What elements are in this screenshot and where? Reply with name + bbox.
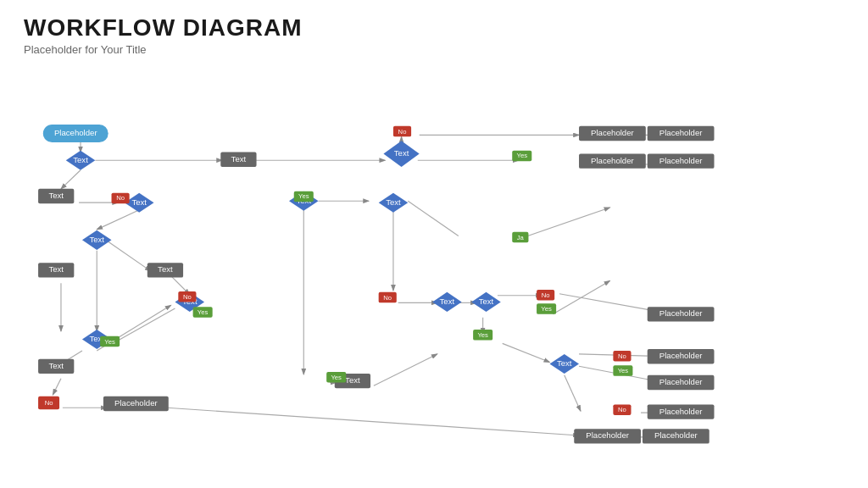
diagram-area: Placeholder Text Text Text Text Text Tex… — [24, 61, 844, 476]
conn-ph1-ph10 — [167, 408, 579, 435]
ph3-label: Placeholder — [591, 156, 634, 165]
ph1-label: Placeholder — [114, 398, 158, 408]
d7-label: Text — [394, 148, 409, 158]
badge-yes-r5-label: Yes — [331, 374, 342, 381]
badge-no-d4-label: No — [183, 292, 192, 300]
conn-ja-up — [520, 208, 610, 239]
r1-label: Text — [48, 191, 64, 200]
conn-d4-d5 — [112, 308, 175, 344]
no1-label: No — [45, 398, 53, 406]
badge-no-d8-label: No — [383, 293, 392, 301]
d8-label: Text — [386, 197, 401, 207]
badge-yes2-d10-label: Yes — [541, 305, 552, 313]
r5-label: Text — [345, 375, 360, 385]
badge-no-d11-label: No — [618, 352, 626, 360]
ph5-label: Placeholder — [659, 156, 703, 165]
ph6-label: Placeholder — [659, 308, 703, 318]
ph11-label: Placeholder — [654, 430, 698, 440]
badge-yes-d5-label: Yes — [104, 337, 115, 345]
ph9-label: Placeholder — [659, 406, 703, 415]
badge-yes-d11-label: Yes — [618, 367, 629, 374]
badge-yes-d10-label: Yes — [477, 331, 488, 339]
ph10-label: Placeholder — [586, 430, 629, 440]
badge-yes-d7-label: Yes — [517, 152, 528, 159]
badge-yes-d6-label: Yes — [298, 192, 309, 200]
conn-r4-no1 — [53, 379, 61, 395]
conn-yes4-d11 — [503, 343, 550, 362]
conn-d1-r1 — [61, 170, 81, 189]
ph7-label: Placeholder — [659, 351, 703, 360]
workflow-svg: Placeholder Text Text Text Text Text Tex… — [24, 61, 844, 476]
conn-yes3-up — [553, 280, 609, 313]
page-subtitle: Placeholder for Your Title — [24, 43, 844, 56]
badge-no-bottom-label: No — [618, 406, 626, 413]
d3-label: Text — [89, 235, 104, 244]
d10-label: Text — [479, 297, 494, 306]
r4-label: Text — [48, 361, 64, 370]
rt1-label: Text — [231, 154, 247, 164]
conn-d11-no6 — [565, 375, 581, 411]
ph8-label: Placeholder — [659, 377, 703, 386]
conn-d2-d3 — [97, 210, 139, 230]
badge-ja-label: Ja — [517, 233, 525, 241]
d2-label: Text — [131, 197, 147, 207]
page: WORKFLOW DIAGRAM Placeholder for Your Ti… — [0, 0, 868, 488]
d1-label: Text — [73, 155, 88, 164]
page-title: WORKFLOW DIAGRAM — [24, 15, 844, 42]
badge-yes-d4-label: Yes — [198, 308, 209, 316]
conn-d3-r2 — [108, 241, 151, 271]
d9-label: Text — [440, 297, 455, 306]
badge-no-d2-label: No — [116, 194, 125, 202]
ph2-label: Placeholder — [591, 128, 634, 137]
r2-label: Text — [158, 264, 173, 274]
r3-label: Text — [48, 264, 64, 274]
badge-no-top-label: No — [398, 127, 407, 135]
badge-no-d10-label: No — [542, 291, 550, 299]
conn-d8-ja — [408, 201, 459, 236]
ph4-label: Placeholder — [659, 128, 703, 137]
d11-label: Text — [557, 358, 572, 368]
conn-r5-d9 — [374, 354, 437, 385]
start-label: Placeholder — [54, 128, 97, 137]
